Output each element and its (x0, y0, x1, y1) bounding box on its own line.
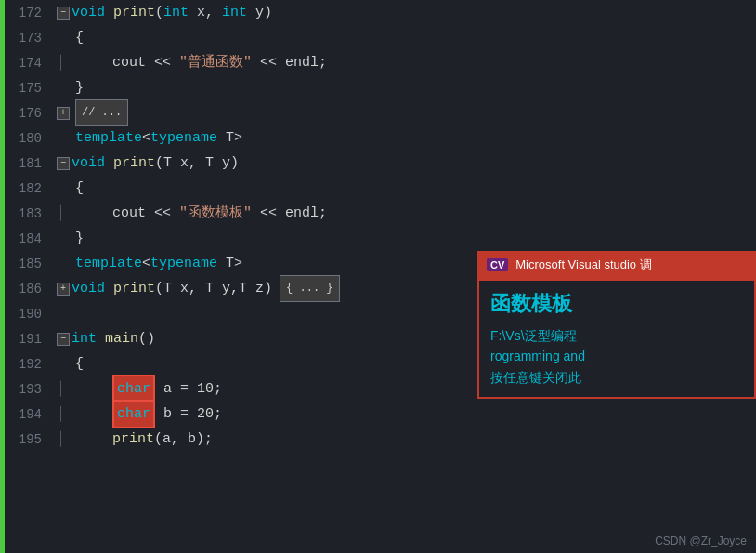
line-num-182: 182 (5, 176, 49, 201)
tooltip-main-text: 函数模板 (490, 290, 743, 318)
code-line-184: } (57, 226, 756, 251)
line-num-193: 193 (5, 376, 49, 402)
fold-icon-172[interactable]: − (57, 7, 70, 20)
tooltip-line2: rogramming and (490, 349, 585, 363)
line-num-190: 190 (5, 301, 49, 326)
collapsed-box-186[interactable]: { ... } (280, 275, 339, 302)
code-line-173: { (57, 25, 756, 50)
line-num-186: 186 (5, 276, 49, 301)
line-num-175: 175 (5, 75, 49, 100)
code-line-181: − void print (T x, T y) (57, 151, 756, 176)
tooltip-header: CV Microsoft Visual studio 调 (477, 251, 756, 279)
fold-icon-176[interactable]: + (57, 107, 70, 120)
tooltip-body: 函数模板 F:\Vs\泛型编程 rogramming and 按任意键关闭此 (477, 279, 756, 399)
line-num-183: 183 (5, 201, 49, 226)
tooltip-path: F:\Vs\泛型编程 (490, 328, 577, 343)
line-num-172: 172 (5, 0, 49, 25)
tooltip-title-text: Microsoft Visual studio 调 (515, 257, 651, 273)
code-line-175: } (57, 75, 756, 100)
fold-icon-181[interactable]: − (57, 157, 70, 170)
fold-icon-186[interactable]: + (57, 283, 70, 296)
code-line-176: + // ... (57, 100, 756, 125)
code-line-174: │ cout << "普通函数" << endl; (57, 50, 756, 75)
code-line-183: │ cout << "函数模板" << endl; (57, 201, 756, 226)
editor-container: 172 173 174 175 176 180 181 182 183 184 … (0, 0, 756, 553)
code-area: − void print ( int x, int y) { │ cout <<… (49, 0, 756, 553)
line-num-191: 191 (5, 326, 49, 351)
line-num-192: 192 (5, 351, 49, 376)
line-num-176: 176 (5, 100, 49, 125)
ellipsis-box-176[interactable]: // ... (75, 99, 128, 126)
code-line-195: │ print (a, b); (57, 427, 756, 452)
code-line-182: { (57, 176, 756, 201)
fold-icon-191[interactable]: − (57, 333, 70, 346)
line-num-181: 181 (5, 151, 49, 176)
tooltip-overlay: CV Microsoft Visual studio 调 函数模板 F:\Vs\… (477, 251, 756, 399)
vs-icon: CV (487, 258, 508, 271)
line-numbers: 172 173 174 175 176 180 181 182 183 184 … (5, 0, 49, 553)
line-num-174: 174 (5, 50, 49, 75)
line-num-195: 195 (5, 427, 49, 452)
line-num-184: 184 (5, 226, 49, 251)
code-line-194: │ char b = 20; (57, 402, 756, 427)
tooltip-line3: 按任意键关闭此 (490, 370, 581, 385)
line-num-173: 173 (5, 25, 49, 50)
tooltip-info-text: F:\Vs\泛型编程 rogramming and 按任意键关闭此 (490, 325, 743, 388)
line-num-194: 194 (5, 402, 49, 427)
code-line-172: − void print ( int x, int y) (57, 0, 756, 25)
line-num-180: 180 (5, 125, 49, 151)
highlight-char-194: char (112, 400, 155, 428)
line-num-185: 185 (5, 251, 49, 276)
code-line-180: template < typename T> (57, 125, 756, 151)
csdn-watermark: CSDN @Zr_Joyce (655, 534, 747, 547)
